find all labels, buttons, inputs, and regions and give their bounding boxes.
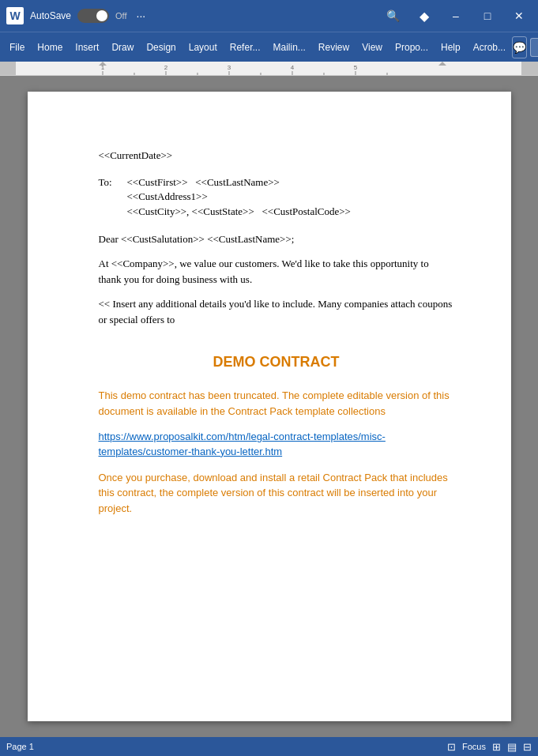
menu-mailings[interactable]: Mailin...: [266, 37, 311, 58]
to-label: To:: [99, 175, 121, 219]
menu-design[interactable]: Design: [140, 37, 182, 58]
body-para-1: At <<Company>>, we value our customers. …: [99, 256, 454, 287]
body-text-2: << Insert any additional details you'd l…: [99, 298, 453, 325]
menu-view[interactable]: View: [356, 37, 389, 58]
comment-button[interactable]: 💬: [512, 36, 527, 58]
menu-draw[interactable]: Draw: [105, 37, 140, 58]
demo-contract-title: DEMO CONTRACT: [99, 352, 454, 372]
menu-review[interactable]: Review: [312, 37, 356, 58]
demo-link[interactable]: https://www.proposalkit.com/htm/legal-co…: [99, 430, 454, 458]
menu-references[interactable]: Refer...: [224, 37, 267, 58]
to-block: To: <<CustFirst>> <<CustLastName>> <<Cus…: [99, 175, 454, 219]
cust-first-field: <<CustFirst>>: [127, 176, 188, 188]
autosave-knob: [96, 10, 107, 21]
menu-acrobat[interactable]: Acrob...: [467, 37, 512, 58]
focus-label[interactable]: Focus: [462, 742, 486, 751]
quick-access-ellipsis[interactable]: ···: [137, 9, 146, 22]
svg-text:3: 3: [228, 64, 231, 71]
cust-address-line: <<CustAddress1>>: [127, 190, 351, 204]
page-number: Page 1: [6, 742, 34, 751]
svg-rect-2: [521, 62, 538, 75]
menu-file[interactable]: File: [3, 37, 31, 58]
status-icons: ⊡ Focus ⊞ ▤ ⊟: [447, 741, 532, 753]
cust-postal-field: <<CustPostalCode>>: [261, 205, 350, 217]
cust-city-field: <<CustCity>>: [127, 205, 187, 217]
search-button[interactable]: 🔍: [380, 5, 405, 27]
maximize-button[interactable]: □: [475, 5, 500, 27]
ruler: 1 2 3 4 5: [0, 62, 538, 76]
autosave-state: Off: [115, 11, 126, 21]
cust-citystatezip-line: <<CustCity>>, <<CustState>> <<CustPostal…: [127, 205, 351, 219]
svg-text:5: 5: [354, 64, 358, 71]
dear-line: Dear <<CustSalutation>> <<CustLastName>>…: [99, 231, 454, 247]
autosave-label: AutoSave: [30, 10, 71, 21]
menu-propros[interactable]: Propo...: [389, 37, 435, 58]
status-icon-3[interactable]: ▤: [507, 741, 517, 753]
demo-text-1: This demo contract has been truncated. T…: [99, 388, 454, 419]
cust-state-field: <<CustState>>: [192, 205, 254, 217]
status-bar: Page 1 ⊡ Focus ⊞ ▤ ⊟: [0, 737, 538, 756]
minimize-button[interactable]: –: [443, 5, 468, 27]
document-area: <<CurrentDate>> To: <<CustFirst>> <<Cust…: [0, 76, 538, 737]
current-date-field: <<CurrentDate>>: [99, 149, 173, 161]
menu-home[interactable]: Home: [31, 37, 69, 58]
menu-layout[interactable]: Layout: [182, 37, 224, 58]
demo-text-2: Once you purchase, download and install …: [99, 470, 454, 517]
current-date-line: <<CurrentDate>>: [99, 149, 454, 163]
cust-lastname-field: <<CustLastName>>: [195, 176, 280, 188]
status-icon-4[interactable]: ⊟: [523, 741, 532, 753]
status-icon-1[interactable]: ⊡: [447, 741, 456, 753]
cust-address1-field: <<CustAddress1>>: [127, 190, 208, 202]
close-button[interactable]: ✕: [506, 5, 532, 27]
diamond-icon[interactable]: ◆: [412, 5, 437, 27]
menu-help[interactable]: Help: [435, 37, 467, 58]
autosave-toggle[interactable]: [77, 9, 109, 23]
page: <<CurrentDate>> To: <<CustFirst>> <<Cust…: [28, 92, 511, 721]
ruler-svg: 1 2 3 4 5: [0, 62, 538, 75]
editing-button[interactable]: ✏️ Editing ▾: [530, 38, 538, 57]
status-icon-2[interactable]: ⊞: [492, 741, 501, 753]
cust-name-line: <<CustFirst>> <<CustLastName>>: [127, 175, 351, 190]
body-text-1: At <<Company>>, we value our customers. …: [99, 258, 429, 285]
dear-text: Dear <<CustSalutation>> <<CustLastName>>…: [99, 233, 295, 245]
menu-bar: File Home Insert Draw Design Layout Refe…: [0, 32, 538, 62]
svg-rect-0: [0, 62, 538, 75]
title-bar: W AutoSave Off ··· 🔍 ◆ – □ ✕: [0, 0, 538, 32]
svg-rect-1: [0, 62, 16, 75]
svg-text:2: 2: [164, 64, 168, 71]
svg-text:4: 4: [291, 64, 295, 71]
word-icon: W: [6, 7, 24, 24]
menu-insert[interactable]: Insert: [69, 37, 105, 58]
body-para-2: << Insert any additional details you'd l…: [99, 296, 454, 327]
